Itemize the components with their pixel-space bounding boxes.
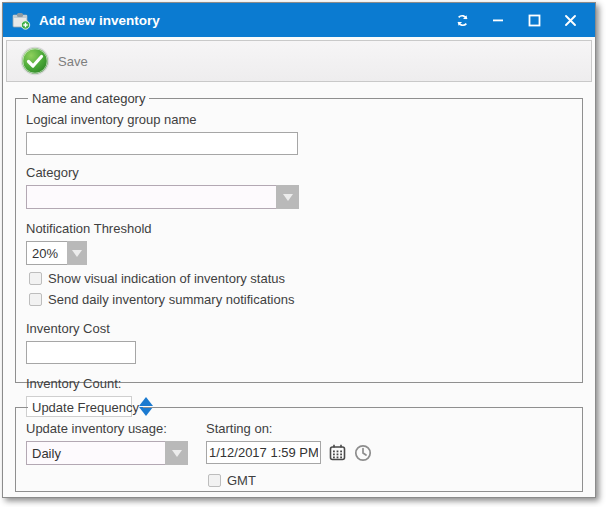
logical-name-label: Logical inventory group name [26,112,572,127]
time-picker-button[interactable] [354,444,372,462]
inventory-cost-input[interactable] [26,341,136,364]
inventory-count-label: Inventory Count: [26,376,572,391]
name-and-category-legend: Name and category [28,91,149,106]
usage-value: Daily [26,441,165,465]
save-button-label: Save [58,54,88,69]
threshold-dropdown[interactable]: 20% [26,241,87,265]
maximize-icon [528,14,541,27]
refresh-icon [455,13,470,28]
dialog-body: Name and category Logical inventory grou… [3,85,595,500]
calendar-icon [329,444,346,461]
save-check-icon [20,46,50,76]
threshold-label: Notification Threshold [26,221,572,236]
usage-dropdown[interactable]: Daily [26,441,188,465]
category-dropdown-button[interactable] [276,185,299,209]
threshold-dropdown-button[interactable] [67,241,87,265]
window-title: Add new inventory [39,13,447,28]
close-button[interactable] [555,7,585,33]
logical-name-input[interactable] [26,132,298,155]
starting-on-input[interactable] [206,441,321,464]
chevron-down-icon [72,250,82,257]
send-daily-label: Send daily inventory summary notificatio… [48,292,294,307]
refresh-button[interactable] [447,7,477,33]
inventory-add-icon [11,10,31,30]
category-value [26,185,276,209]
frequency-row: Update inventory usage: Daily Starting o… [26,421,572,488]
maximize-button[interactable] [519,7,549,33]
starting-on-column: Starting on: [206,421,372,488]
show-visual-label: Show visual indication of inventory stat… [48,271,285,286]
inventory-cost-label: Inventory Cost [26,321,572,336]
title-bar: Add new inventory [3,3,595,37]
show-visual-row: Show visual indication of inventory stat… [29,271,572,286]
usage-dropdown-button[interactable] [165,441,188,465]
save-button[interactable]: Save [15,42,99,80]
gmt-row: GMT [208,473,372,488]
minimize-icon [492,14,504,26]
starting-on-label: Starting on: [206,421,372,436]
starting-on-row [206,441,372,464]
close-icon [564,14,577,27]
usage-column: Update inventory usage: Daily [26,421,198,488]
threshold-value: 20% [26,241,67,265]
category-dropdown[interactable] [26,185,299,209]
update-frequency-legend: Update Frequency [28,400,143,415]
gmt-checkbox[interactable] [208,474,221,487]
send-daily-row: Send daily inventory summary notificatio… [29,292,572,307]
name-and-category-group: Name and category Logical inventory grou… [15,91,583,383]
send-daily-checkbox[interactable] [29,293,42,306]
chevron-down-icon [283,194,293,201]
category-label: Category [26,165,572,180]
chevron-down-icon [172,450,182,457]
toolbar: Save [6,40,592,82]
show-visual-checkbox[interactable] [29,272,42,285]
window-controls [447,7,585,33]
gmt-label: GMT [227,473,256,488]
clock-icon [354,444,372,462]
usage-label: Update inventory usage: [26,421,198,436]
minimize-button[interactable] [483,7,513,33]
calendar-picker-button[interactable] [329,444,346,461]
update-frequency-group: Update Frequency Update inventory usage:… [15,400,583,492]
add-inventory-dialog: Add new inventory [2,2,596,498]
